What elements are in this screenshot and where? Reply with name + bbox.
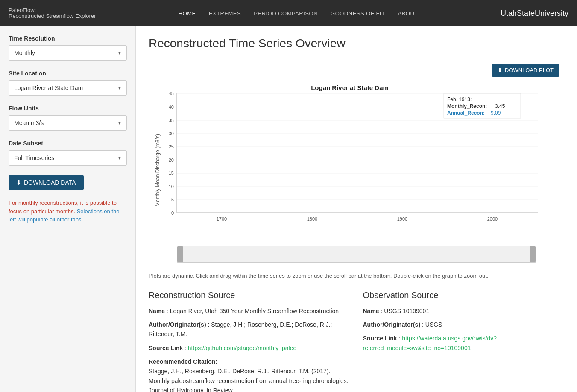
xtick-2000: 2000 — [487, 216, 498, 221]
obs-author-value: USGS — [425, 321, 442, 328]
tooltip-annual-label: Annual_Recon: — [447, 110, 485, 116]
xtick-1700: 1700 — [217, 216, 227, 221]
recon-name-label: Name — [149, 308, 165, 314]
nav-extremes[interactable]: EXTREMES — [209, 10, 241, 17]
obs-author-label: Author/Originator(s) — [363, 321, 421, 328]
recon-author-label: Author/Originator(s) — [149, 321, 206, 328]
flow-units-select-wrapper: Mean m3/s CFS ▼ — [9, 115, 127, 131]
flow-units-group: Flow Units Mean m3/s CFS ▼ — [9, 105, 127, 131]
obs-author-separator: : — [422, 321, 425, 328]
date-subset-select[interactable]: Full Timeseries — [9, 151, 126, 165]
ytick-15: 15 — [169, 171, 174, 176]
ytick-5: 5 — [171, 197, 174, 202]
tooltip-monthly-label: Monthly_Recon: — [447, 103, 487, 109]
scrollbar-right-handle[interactable] — [530, 246, 536, 262]
tooltip-monthly-value: 3.45 — [495, 103, 505, 109]
ytick-45: 45 — [169, 91, 174, 96]
recon-author-row: Author/Originator(s) : Stagge, J.H.; Ros… — [149, 320, 350, 339]
download-plot-button[interactable]: ⬇ DOWNLOAD PLOT — [492, 64, 559, 77]
brand-subtitle: Reconstructed Streamflow Explorer — [9, 13, 96, 19]
obs-link-label: Source Link — [363, 335, 397, 342]
sidebar: Time Resolution Monthly Annual ▼ Site Lo… — [0, 26, 136, 392]
scrollbar-track — [177, 246, 536, 262]
chart-title: Logan River at State Dam — [311, 84, 389, 91]
brand-title: PaleoFlow: — [9, 7, 96, 13]
site-location-select-wrapper: Logan River at State Dam ▼ — [9, 80, 127, 96]
ytick-40: 40 — [169, 105, 174, 110]
nav-about[interactable]: ABOUT — [398, 10, 418, 17]
uni-name1: UtahState — [501, 9, 535, 17]
recon-source-link[interactable]: https://github.com/jstagge/monthly_paleo — [188, 345, 297, 351]
sidebar-note: For monthly reconstructions, it is possi… — [9, 199, 127, 224]
mini-chart-canvas — [177, 246, 536, 263]
ytick-30: 30 — [169, 131, 174, 136]
observation-source: Observation Source Name : USGS 10109001 … — [363, 290, 565, 392]
time-resolution-select-wrapper: Monthly Annual ▼ — [9, 45, 127, 61]
ytick-25: 25 — [169, 144, 174, 149]
main-content: Reconstructed Time Series Overview ⬇ DOW… — [136, 26, 577, 392]
obs-author-row: Author/Originator(s) : USGS — [363, 320, 565, 329]
time-resolution-group: Time Resolution Monthly Annual ▼ — [9, 35, 127, 61]
recon-link-row: Source Link : https://github.com/jstagge… — [149, 343, 350, 353]
time-resolution-select[interactable]: Monthly Annual — [9, 46, 126, 60]
recon-name-row: Name : Logan River, Utah 350 Year Monthl… — [149, 306, 350, 316]
flow-units-select[interactable]: Mean m3/s CFS — [9, 116, 126, 130]
brand: PaleoFlow: Reconstructed Streamflow Expl… — [9, 7, 96, 20]
tooltip-date: Feb, 1913: — [447, 96, 472, 102]
ytick-20: 20 — [169, 157, 174, 163]
nav-period-comparison[interactable]: PERIOD COMPARISON — [254, 10, 318, 17]
download-plot-label: DOWNLOAD PLOT — [505, 67, 554, 73]
recon-name-separator: : — [167, 308, 170, 314]
chart-scrollbar[interactable] — [177, 246, 536, 263]
nav-links: HOME EXTREMES PERIOD COMPARISON GOODNESS… — [179, 10, 418, 17]
nav-home[interactable]: HOME — [179, 10, 196, 17]
main-layout: Time Resolution Monthly Annual ▼ Site Lo… — [0, 26, 577, 392]
reconstruction-source: Reconstruction Source Name : Logan River… — [149, 290, 350, 392]
download-plot-icon: ⬇ — [498, 67, 502, 73]
main-chart-svg[interactable]: Logan River at State Dam Monthly Mean Di… — [153, 81, 546, 243]
date-subset-select-wrapper: Full Timeseries ▼ — [9, 150, 127, 166]
page-title: Reconstructed Time Series Overview — [149, 37, 564, 50]
observation-source-title: Observation Source — [363, 290, 565, 300]
xtick-1900: 1900 — [397, 216, 407, 221]
recon-citation-row: Recommended Citation: Stagge, J.H., Rose… — [149, 357, 350, 392]
uni-name2: University — [535, 9, 568, 17]
obs-name-label: Name — [363, 308, 379, 314]
recon-citation-label: Recommended Citation: — [149, 357, 350, 366]
obs-name-value: USGS 10109001 — [384, 308, 429, 314]
sources-grid: Reconstruction Source Name : Logan River… — [149, 290, 564, 392]
recon-name-value: Logan River, Utah 350 Year Monthly Strea… — [170, 308, 339, 314]
obs-name-row: Name : USGS 10109001 — [363, 306, 565, 316]
university-logo: UtahStateUniversity — [501, 9, 568, 18]
time-resolution-label: Time Resolution — [9, 35, 127, 42]
chart-container: ⬇ DOWNLOAD PLOT Logan River at State Dam… — [149, 59, 564, 267]
ytick-35: 35 — [169, 118, 174, 123]
y-axis-label: Monthly Mean Discharge (m3/s) — [155, 134, 161, 206]
recon-link-separator: : — [185, 345, 188, 351]
scrollbar-left-handle[interactable] — [177, 246, 183, 262]
site-location-group: Site Location Logan River at State Dam ▼ — [9, 70, 127, 96]
date-subset-label: Date Subset — [9, 140, 127, 147]
chart-note: Plots are dynamic. Click and drag within… — [149, 272, 564, 280]
recon-link-label: Source Link — [149, 345, 183, 351]
site-location-select[interactable]: Logan River at State Dam — [9, 81, 126, 95]
download-data-button[interactable]: ⬇ DOWNLOAD DATA — [9, 175, 84, 190]
ytick-10: 10 — [169, 184, 174, 189]
nav-goodness-of-fit[interactable]: GOODNESS OF FIT — [331, 10, 385, 17]
download-data-label: DOWNLOAD DATA — [24, 179, 76, 186]
site-location-label: Site Location — [9, 70, 127, 77]
ytick-0: 0 — [171, 210, 174, 215]
flow-units-label: Flow Units — [9, 105, 127, 112]
tooltip-annual-value: 9.09 — [491, 110, 501, 116]
reconstruction-source-title: Reconstruction Source — [149, 290, 350, 300]
download-data-icon: ⬇ — [16, 179, 21, 186]
xtick-1800: 1800 — [307, 216, 317, 221]
obs-link-row: Source Link : https://waterdata.usgs.gov… — [363, 334, 565, 353]
recon-citation-text: Stagge, J.H., Rosenberg, D.E., DeRose, R… — [149, 366, 350, 392]
date-subset-group: Date Subset Full Timeseries ▼ — [9, 140, 127, 166]
sidebar-note-highlight: Selections on the left will populate all… — [9, 208, 119, 223]
chart-svg-wrapper[interactable]: Logan River at State Dam Monthly Mean Di… — [153, 81, 559, 244]
navbar: PaleoFlow: Reconstructed Streamflow Expl… — [0, 0, 577, 26]
